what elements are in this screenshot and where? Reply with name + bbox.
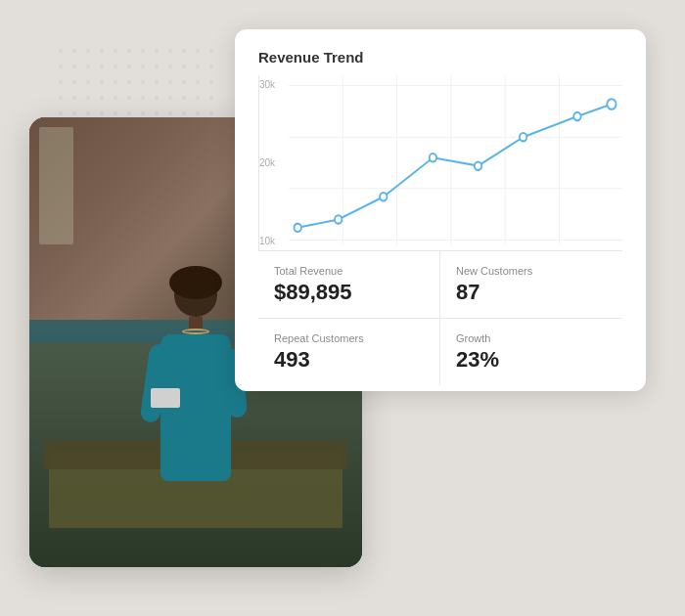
woman-head [174, 274, 217, 317]
dot-2 [335, 215, 342, 223]
dot-7 [573, 112, 580, 120]
stat-total-revenue: Total Revenue $89,895 [258, 251, 440, 319]
dot-1 [295, 224, 301, 232]
tablet [151, 388, 180, 408]
woman-figure [152, 274, 240, 499]
y-label-20k: 20k [259, 157, 287, 168]
stat-value-total-revenue: $89,895 [274, 281, 424, 304]
dot-4 [430, 154, 436, 161]
dashboard-card: Revenue Trend 30k 20k 10k [235, 29, 646, 391]
y-label-10k: 10k [259, 236, 287, 246]
stat-repeat-customers: Repeat Customers 493 [258, 319, 440, 385]
stat-value-growth: 23% [456, 348, 607, 372]
stat-label-new-customers: New Customers [456, 265, 607, 277]
chart-title: Revenue Trend [258, 49, 622, 66]
window-light [39, 127, 73, 244]
chart-line [297, 104, 612, 227]
stat-value-repeat-customers: 493 [274, 348, 424, 372]
chart-svg-wrapper [289, 75, 622, 250]
stats-grid: Total Revenue $89,895 New Customers 87 R… [258, 251, 622, 385]
chart-svg [289, 75, 622, 250]
dot-8 [607, 99, 616, 110]
stat-value-new-customers: 87 [456, 281, 607, 304]
stat-label-total-revenue: Total Revenue [274, 265, 424, 277]
stat-label-growth: Growth [456, 332, 607, 344]
dot-3 [380, 193, 387, 200]
dot-6 [520, 133, 526, 141]
stat-new-customers: New Customers 87 [440, 251, 622, 319]
woman-hair [169, 266, 222, 299]
stat-label-repeat-customers: Repeat Customers [274, 332, 424, 344]
chart-area: 30k 20k 10k [258, 75, 622, 251]
dot-5 [475, 161, 481, 169]
woman-body [160, 334, 231, 481]
woman-neck [189, 317, 203, 329]
scene: Revenue Trend 30k 20k 10k [0, 0, 685, 616]
y-label-30k: 30k [259, 79, 287, 90]
stat-growth: Growth 23% [440, 319, 622, 385]
